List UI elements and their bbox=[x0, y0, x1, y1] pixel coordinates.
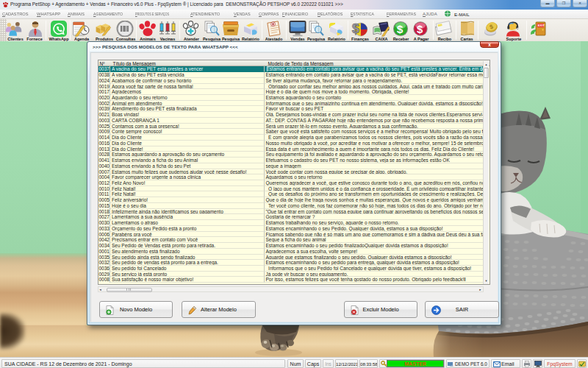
svg-text:$: $ bbox=[417, 24, 423, 35]
svg-text:EXIT: EXIT bbox=[538, 24, 545, 27]
svg-text:$: $ bbox=[352, 21, 359, 36]
svg-text:$: $ bbox=[397, 23, 404, 35]
